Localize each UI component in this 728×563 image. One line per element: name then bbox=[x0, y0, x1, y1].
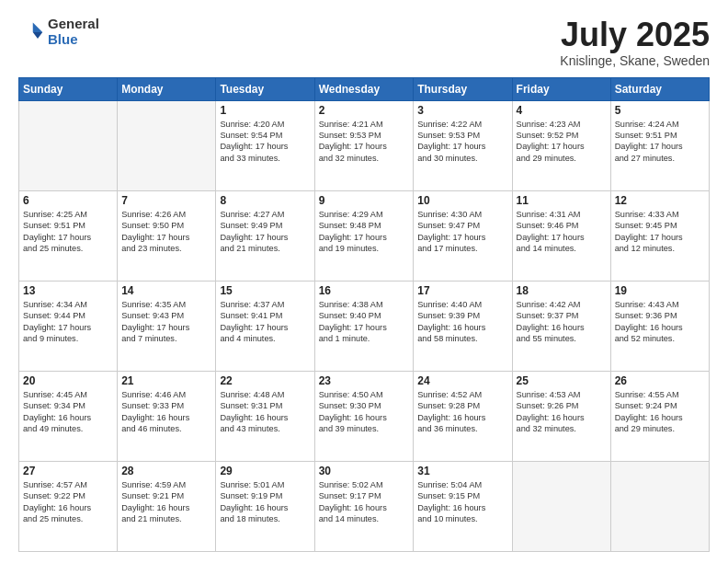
calendar-cell: 16Sunrise: 4:38 AM Sunset: 9:40 PM Dayli… bbox=[314, 281, 414, 371]
day-number: 1 bbox=[220, 104, 310, 117]
calendar-cell: 18Sunrise: 4:42 AM Sunset: 9:37 PM Dayli… bbox=[512, 281, 610, 371]
day-number: 17 bbox=[417, 284, 507, 297]
day-detail: Sunrise: 4:33 AM Sunset: 9:45 PM Dayligh… bbox=[615, 209, 705, 255]
day-number: 10 bbox=[417, 194, 507, 207]
calendar-cell: 11Sunrise: 4:31 AM Sunset: 9:46 PM Dayli… bbox=[512, 190, 610, 281]
day-detail: Sunrise: 4:38 AM Sunset: 9:40 PM Dayligh… bbox=[319, 299, 410, 345]
month-title: July 2025 bbox=[560, 17, 710, 53]
day-number: 11 bbox=[517, 194, 607, 207]
day-number: 19 bbox=[615, 284, 705, 297]
day-detail: Sunrise: 4:21 AM Sunset: 9:53 PM Dayligh… bbox=[319, 119, 410, 165]
day-detail: Sunrise: 4:35 AM Sunset: 9:43 PM Dayligh… bbox=[121, 299, 211, 345]
calendar-cell: 14Sunrise: 4:35 AM Sunset: 9:43 PM Dayli… bbox=[118, 281, 216, 371]
day-detail: Sunrise: 4:59 AM Sunset: 9:21 PM Dayligh… bbox=[121, 479, 211, 525]
page: General Blue July 2025 Knislinge, Skane,… bbox=[0, 0, 728, 563]
day-detail: Sunrise: 4:27 AM Sunset: 9:49 PM Dayligh… bbox=[220, 209, 310, 255]
calendar-cell: 9Sunrise: 4:29 AM Sunset: 9:48 PM Daylig… bbox=[314, 190, 414, 281]
day-detail: Sunrise: 4:50 AM Sunset: 9:30 PM Dayligh… bbox=[319, 389, 410, 435]
calendar-cell: 22Sunrise: 4:48 AM Sunset: 9:31 PM Dayli… bbox=[216, 371, 314, 461]
day-number: 27 bbox=[23, 465, 113, 477]
logo-blue: Blue bbox=[48, 32, 99, 48]
day-number: 31 bbox=[417, 465, 507, 477]
calendar-week-4: 27Sunrise: 4:57 AM Sunset: 9:22 PM Dayli… bbox=[19, 461, 710, 551]
day-number: 4 bbox=[517, 104, 607, 117]
calendar-cell: 31Sunrise: 5:04 AM Sunset: 9:15 PM Dayli… bbox=[414, 461, 512, 551]
calendar-cell bbox=[19, 100, 118, 190]
calendar-cell: 27Sunrise: 4:57 AM Sunset: 9:22 PM Dayli… bbox=[19, 461, 118, 551]
day-detail: Sunrise: 4:34 AM Sunset: 9:44 PM Dayligh… bbox=[23, 299, 113, 345]
day-detail: Sunrise: 5:04 AM Sunset: 9:15 PM Dayligh… bbox=[417, 479, 507, 525]
calendar-cell: 29Sunrise: 5:01 AM Sunset: 9:19 PM Dayli… bbox=[216, 461, 314, 551]
day-number: 6 bbox=[23, 194, 113, 207]
calendar-cell: 1Sunrise: 4:20 AM Sunset: 9:54 PM Daylig… bbox=[216, 100, 314, 190]
calendar-week-0: 1Sunrise: 4:20 AM Sunset: 9:54 PM Daylig… bbox=[19, 100, 710, 190]
calendar-cell: 28Sunrise: 4:59 AM Sunset: 9:21 PM Dayli… bbox=[118, 461, 216, 551]
calendar-cell: 2Sunrise: 4:21 AM Sunset: 9:53 PM Daylig… bbox=[314, 100, 414, 190]
day-detail: Sunrise: 5:01 AM Sunset: 9:19 PM Dayligh… bbox=[220, 479, 310, 525]
day-number: 22 bbox=[220, 374, 310, 387]
calendar-week-3: 20Sunrise: 4:45 AM Sunset: 9:34 PM Dayli… bbox=[19, 371, 710, 461]
calendar-cell: 6Sunrise: 4:25 AM Sunset: 9:51 PM Daylig… bbox=[19, 190, 118, 281]
calendar-cell: 4Sunrise: 4:23 AM Sunset: 9:52 PM Daylig… bbox=[512, 100, 610, 190]
day-number: 28 bbox=[121, 465, 211, 477]
col-header-sunday: Sunday bbox=[19, 77, 118, 100]
day-number: 24 bbox=[417, 374, 507, 387]
day-number: 5 bbox=[615, 104, 705, 117]
day-detail: Sunrise: 4:52 AM Sunset: 9:28 PM Dayligh… bbox=[417, 389, 507, 435]
day-detail: Sunrise: 4:43 AM Sunset: 9:36 PM Dayligh… bbox=[615, 299, 705, 345]
day-detail: Sunrise: 4:24 AM Sunset: 9:51 PM Dayligh… bbox=[615, 119, 705, 165]
calendar-week-2: 13Sunrise: 4:34 AM Sunset: 9:44 PM Dayli… bbox=[19, 281, 710, 371]
day-detail: Sunrise: 5:02 AM Sunset: 9:17 PM Dayligh… bbox=[319, 479, 410, 525]
day-number: 20 bbox=[23, 374, 113, 387]
day-detail: Sunrise: 4:46 AM Sunset: 9:33 PM Dayligh… bbox=[121, 389, 211, 435]
col-header-tuesday: Tuesday bbox=[216, 77, 314, 100]
day-number: 13 bbox=[23, 284, 113, 297]
day-number: 7 bbox=[121, 194, 211, 207]
day-detail: Sunrise: 4:55 AM Sunset: 9:24 PM Dayligh… bbox=[615, 389, 705, 435]
day-detail: Sunrise: 4:26 AM Sunset: 9:50 PM Dayligh… bbox=[121, 209, 211, 255]
day-number: 26 bbox=[615, 374, 705, 387]
day-number: 21 bbox=[121, 374, 211, 387]
calendar-cell: 23Sunrise: 4:50 AM Sunset: 9:30 PM Dayli… bbox=[314, 371, 414, 461]
day-detail: Sunrise: 4:48 AM Sunset: 9:31 PM Dayligh… bbox=[220, 389, 310, 435]
day-detail: Sunrise: 4:23 AM Sunset: 9:52 PM Dayligh… bbox=[517, 119, 607, 165]
calendar-cell: 25Sunrise: 4:53 AM Sunset: 9:26 PM Dayli… bbox=[512, 371, 610, 461]
day-number: 12 bbox=[615, 194, 705, 207]
day-number: 18 bbox=[517, 284, 607, 297]
calendar-cell: 20Sunrise: 4:45 AM Sunset: 9:34 PM Dayli… bbox=[19, 371, 118, 461]
day-number: 9 bbox=[319, 194, 410, 207]
calendar-table: SundayMondayTuesdayWednesdayThursdayFrid… bbox=[18, 77, 710, 552]
location: Knislinge, Skane, Sweden bbox=[560, 53, 710, 68]
calendar-cell: 10Sunrise: 4:30 AM Sunset: 9:47 PM Dayli… bbox=[414, 190, 512, 281]
day-number: 29 bbox=[220, 465, 310, 477]
day-detail: Sunrise: 4:40 AM Sunset: 9:39 PM Dayligh… bbox=[417, 299, 507, 345]
calendar-week-1: 6Sunrise: 4:25 AM Sunset: 9:51 PM Daylig… bbox=[19, 190, 710, 281]
calendar-cell bbox=[610, 461, 709, 551]
day-detail: Sunrise: 4:22 AM Sunset: 9:53 PM Dayligh… bbox=[417, 119, 507, 165]
calendar-cell: 24Sunrise: 4:52 AM Sunset: 9:28 PM Dayli… bbox=[414, 371, 512, 461]
calendar-cell: 12Sunrise: 4:33 AM Sunset: 9:45 PM Dayli… bbox=[610, 190, 709, 281]
calendar-cell: 17Sunrise: 4:40 AM Sunset: 9:39 PM Dayli… bbox=[414, 281, 512, 371]
calendar-cell: 5Sunrise: 4:24 AM Sunset: 9:51 PM Daylig… bbox=[610, 100, 709, 190]
calendar-body: 1Sunrise: 4:20 AM Sunset: 9:54 PM Daylig… bbox=[19, 100, 710, 551]
day-detail: Sunrise: 4:31 AM Sunset: 9:46 PM Dayligh… bbox=[517, 209, 607, 255]
col-header-monday: Monday bbox=[118, 77, 216, 100]
logo-general: General bbox=[48, 17, 99, 32]
svg-marker-1 bbox=[33, 32, 43, 39]
title-block: July 2025 Knislinge, Skane, Sweden bbox=[560, 17, 710, 68]
day-detail: Sunrise: 4:30 AM Sunset: 9:47 PM Dayligh… bbox=[417, 209, 507, 255]
calendar-cell: 30Sunrise: 5:02 AM Sunset: 9:17 PM Dayli… bbox=[314, 461, 414, 551]
day-detail: Sunrise: 4:57 AM Sunset: 9:22 PM Dayligh… bbox=[23, 479, 113, 525]
calendar-cell: 26Sunrise: 4:55 AM Sunset: 9:24 PM Dayli… bbox=[610, 371, 709, 461]
day-number: 30 bbox=[319, 465, 410, 477]
calendar-cell: 13Sunrise: 4:34 AM Sunset: 9:44 PM Dayli… bbox=[19, 281, 118, 371]
day-number: 8 bbox=[220, 194, 310, 207]
logo-icon bbox=[18, 19, 44, 45]
day-number: 14 bbox=[121, 284, 211, 297]
col-header-friday: Friday bbox=[512, 77, 610, 100]
day-detail: Sunrise: 4:53 AM Sunset: 9:26 PM Dayligh… bbox=[517, 389, 607, 435]
day-detail: Sunrise: 4:25 AM Sunset: 9:51 PM Dayligh… bbox=[23, 209, 113, 255]
day-detail: Sunrise: 4:42 AM Sunset: 9:37 PM Dayligh… bbox=[517, 299, 607, 345]
day-number: 25 bbox=[517, 374, 607, 387]
svg-marker-0 bbox=[33, 22, 43, 32]
